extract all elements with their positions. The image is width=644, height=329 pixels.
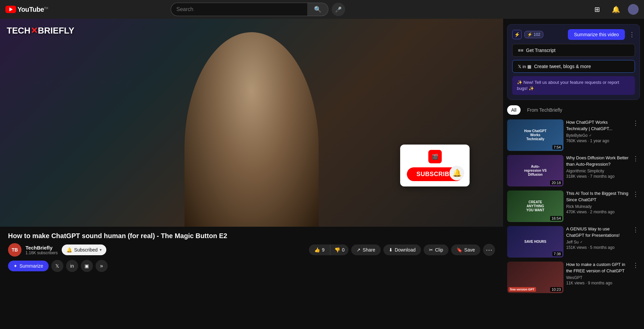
youtube-wordmark: YouTubeTM bbox=[17, 6, 48, 13]
summarize-video-button[interactable]: Summarize this video bbox=[568, 29, 625, 40]
video-player[interactable]: TECH✕BRIEFLY 🎬 SUBSCRIBE 🔔 bbox=[0, 19, 503, 227]
rec-title-3: This AI Tool Is the Biggest Thing Since … bbox=[566, 190, 629, 203]
rec-video-2[interactable]: Auto-regression VS Diffusion 20:18 Why D… bbox=[503, 153, 644, 188]
clip-button[interactable]: ✂ Clip bbox=[424, 244, 448, 255]
more-button[interactable]: ⋯ bbox=[483, 244, 495, 256]
summarize-button[interactable]: ✦ Summarize bbox=[8, 261, 49, 271]
subscribed-label: Subscribed bbox=[74, 247, 98, 253]
rec-thumb-2: Auto-regression VS Diffusion 20:18 bbox=[507, 155, 564, 186]
rec-video-5[interactable]: free version GPT 10:23 How to make a cus… bbox=[503, 260, 644, 295]
get-transcript-button[interactable]: ≡≡ Get Transcript bbox=[512, 44, 635, 57]
subscribe-popup: 🎬 SUBSCRIBE 🔔 bbox=[400, 145, 470, 186]
linkedin-icon-small: in bbox=[523, 64, 526, 69]
user-avatar-button[interactable] bbox=[628, 4, 639, 15]
channel-logo-overlay: TECH✕BRIEFLY bbox=[7, 25, 74, 36]
rec-channel-5: WesGPT bbox=[566, 275, 629, 280]
video-person bbox=[184, 32, 319, 227]
verified-icon-1: ✓ bbox=[589, 133, 592, 137]
rec-channel-2: Algorithmic Simplicity bbox=[566, 169, 629, 173]
video-title: How to make ChatGPT sound human (for rea… bbox=[8, 232, 495, 240]
twitter-icon-small: 𝕏 bbox=[518, 64, 521, 69]
like-dislike-group: 👍 9 👎 0 bbox=[309, 244, 349, 255]
rec-duration-5: 10:23 bbox=[550, 287, 562, 292]
youtube-icon bbox=[5, 6, 16, 13]
header-right: ⊞ 🔔 bbox=[590, 3, 639, 16]
create-content-button[interactable]: 𝕏 in ▦ Create tweet, blogs & more bbox=[512, 60, 635, 73]
save-icon: 🔖 bbox=[457, 247, 462, 253]
rec-title-1: How ChatGPT Works Technically | ChatGPT.… bbox=[566, 119, 629, 131]
rec-thumb-4: SAVE HOURS 7:38 bbox=[507, 226, 564, 258]
rec-duration-2: 20:18 bbox=[550, 180, 562, 185]
rec-info-1: How ChatGPT Works Technically | ChatGPT.… bbox=[566, 119, 629, 151]
filter-tabs: All From TechBriefly bbox=[503, 103, 644, 117]
filter-tab-all[interactable]: All bbox=[507, 105, 521, 115]
notifications-button[interactable]: 🔔 bbox=[609, 3, 623, 16]
rec-title-5: How to make a custom GPT in the FREE ver… bbox=[566, 262, 629, 274]
rec-more-button-2[interactable]: ⋮ bbox=[631, 155, 640, 162]
square-share-button[interactable]: ▣ bbox=[81, 260, 93, 272]
rec-info-3: This AI Tool Is the Biggest Thing Since … bbox=[566, 190, 629, 222]
expand-button[interactable]: » bbox=[96, 260, 108, 272]
like-button[interactable]: 👍 9 bbox=[309, 244, 330, 255]
filter-tab-from-channel[interactable]: From TechBriefly bbox=[523, 105, 567, 115]
popup-bell-button[interactable]: 🔔 bbox=[449, 166, 464, 180]
grid-icon-small: ▦ bbox=[527, 64, 531, 69]
rec-channel-4: Jeff Su ✓ bbox=[566, 240, 629, 244]
subscribed-button[interactable]: 🔔 Subscribed ▾ bbox=[62, 244, 106, 255]
extension-more-button[interactable]: ⋮ bbox=[629, 31, 635, 38]
rec-video-1[interactable]: How ChatGPT Works Technically 7:54 How C… bbox=[503, 117, 644, 153]
rec-more-button-1[interactable]: ⋮ bbox=[631, 119, 640, 127]
action-buttons: 👍 9 👎 0 ↗ Share ⬇ Downloa bbox=[309, 244, 495, 256]
channel-name[interactable]: TechBriefly bbox=[25, 245, 58, 251]
main-content: TECH✕BRIEFLY 🎬 SUBSCRIBE 🔔 How to make C… bbox=[0, 19, 644, 329]
dislike-button[interactable]: 👎 0 bbox=[330, 244, 349, 255]
video-area: TECH✕BRIEFLY 🎬 SUBSCRIBE 🔔 How to make C… bbox=[0, 19, 503, 329]
verified-icon-4: ✓ bbox=[580, 240, 583, 244]
rec-more-button-4[interactable]: ⋮ bbox=[631, 226, 640, 233]
rec-more-button-5[interactable]: ⋮ bbox=[631, 262, 640, 269]
popup-channel-icon: 🎬 bbox=[428, 150, 442, 163]
rec-meta-2: 318K views · 7 months ago bbox=[566, 174, 629, 179]
popup-row: SUBSCRIBE 🔔 bbox=[407, 167, 463, 181]
rec-info-2: Why Does Diffusion Work Better than Auto… bbox=[566, 155, 629, 186]
extension-header: ⚡ ⚡ 102 Summarize this video ⋮ bbox=[512, 29, 635, 40]
rec-title-2: Why Does Diffusion Work Better than Auto… bbox=[566, 155, 629, 167]
download-button[interactable]: ⬇ Download bbox=[383, 244, 421, 255]
share-icon: ↗ bbox=[357, 247, 361, 253]
mic-button[interactable]: 🎤 bbox=[332, 3, 345, 16]
youtube-logo[interactable]: YouTubeTM bbox=[5, 6, 48, 13]
save-button[interactable]: 🔖 Save bbox=[451, 244, 480, 255]
extension-logo: ⚡ bbox=[512, 30, 522, 39]
rec-title-4: A GENIUS Way to use ChatGPT for Presenta… bbox=[566, 226, 629, 238]
chevron-down-icon: ▾ bbox=[100, 248, 102, 252]
rec-thumb-5: free version GPT 10:23 bbox=[507, 262, 564, 293]
twitter-share-button[interactable]: 𝕏 bbox=[51, 260, 63, 272]
search-bar: 🔍 🎤 bbox=[171, 3, 345, 16]
rec-meta-5: 11K views · 9 months ago bbox=[566, 281, 629, 285]
bell-icon: 🔔 bbox=[66, 247, 72, 253]
feedback-banner[interactable]: ✨ New! Tell us about your feature reques… bbox=[512, 76, 635, 95]
transcript-icon: ≡≡ bbox=[518, 48, 523, 53]
rec-info-5: How to make a custom GPT in the FREE ver… bbox=[566, 262, 629, 293]
search-button[interactable]: 🔍 bbox=[307, 3, 328, 16]
channel-avatar: TB bbox=[8, 243, 21, 257]
download-icon: ⬇ bbox=[389, 247, 393, 253]
channel-info: TechBriefly 1.16K subscribers bbox=[25, 245, 58, 255]
rec-duration-3: 16:54 bbox=[550, 216, 562, 221]
rec-video-4[interactable]: SAVE HOURS 7:38 A GENIUS Way to use Chat… bbox=[503, 224, 644, 260]
share-button[interactable]: ↗ Share bbox=[351, 244, 380, 255]
rec-duration-4: 7:38 bbox=[552, 252, 562, 256]
channel-subscribers: 1.16K subscribers bbox=[25, 251, 58, 255]
rec-thumb-1: How ChatGPT Works Technically 7:54 bbox=[507, 119, 564, 151]
create-video-button[interactable]: ⊞ bbox=[590, 3, 604, 16]
rec-video-3[interactable]: CREATE ANYTHING YOU WANT 16:54 This AI T… bbox=[503, 188, 644, 224]
extension-rating: ⚡ 102 bbox=[524, 31, 543, 38]
twitter-icon: 𝕏 bbox=[55, 263, 59, 269]
rec-duration-1: 7:54 bbox=[552, 145, 562, 150]
rating-icon: ⚡ bbox=[527, 32, 532, 37]
thumbs-down-icon: 👎 bbox=[334, 247, 340, 253]
linkedin-share-button[interactable]: in bbox=[66, 260, 78, 272]
search-input[interactable] bbox=[171, 3, 307, 16]
rec-more-button-3[interactable]: ⋮ bbox=[631, 190, 640, 198]
video-background: TECH✕BRIEFLY 🎬 SUBSCRIBE 🔔 bbox=[0, 19, 503, 227]
